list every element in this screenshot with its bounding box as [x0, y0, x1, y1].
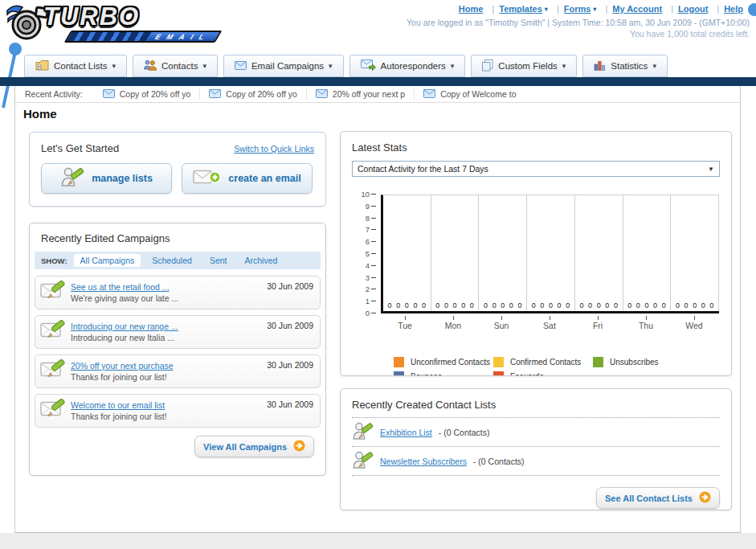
x-tick-mark: [405, 316, 406, 320]
y-tick-mark: [371, 241, 376, 242]
main-tab[interactable]: Statistics ▾: [582, 55, 668, 77]
campaign-card[interactable]: Introducing our new range ... Introducin…: [35, 315, 321, 349]
chevron-down-icon: ▾: [593, 6, 596, 13]
data-value-label: 0: [558, 301, 562, 309]
campaign-date: 30 Jun 2009: [267, 316, 313, 330]
y-tick-label: 4: [352, 261, 370, 270]
contacts-icon: [144, 59, 157, 72]
legend-label: Forwards: [510, 372, 544, 376]
legend-label: Bounces: [411, 372, 442, 376]
data-value-label: 0: [509, 301, 513, 309]
legend-swatch: [593, 357, 603, 367]
email-icon: [316, 89, 328, 100]
chevron-down-icon: ▾: [652, 62, 656, 70]
x-tick-mark: [550, 316, 550, 320]
data-value-label: 0: [484, 301, 488, 309]
y-tick-label: 1: [352, 297, 370, 305]
logo-subtitle: EMAIL: [153, 33, 213, 41]
data-value-label: 0: [540, 301, 544, 309]
y-tick-mark: [371, 313, 376, 313]
top-nav-link[interactable]: Help: [724, 4, 743, 14]
email-icon: [235, 61, 247, 72]
top-nav-link[interactable]: My Account: [612, 4, 673, 14]
x-tick-mark: [694, 316, 695, 320]
view-all-campaigns-button[interactable]: View All Campaigns: [194, 436, 314, 457]
y-tick-mark: [371, 218, 376, 219]
data-value-label: 0: [517, 301, 521, 309]
campaign-card[interactable]: Welcome to our email list Thanks for joi…: [35, 394, 321, 428]
create-email-icon: [193, 168, 221, 189]
campaign-title-link[interactable]: Welcome to our email list: [71, 399, 267, 411]
contact-list-link[interactable]: Exhibition List: [380, 428, 432, 437]
see-all-contact-lists-button[interactable]: See All Contact Lists: [596, 487, 720, 509]
top-nav-link[interactable]: Forms ▾: [564, 4, 608, 14]
data-value-label: 0: [501, 301, 505, 309]
campaign-title-link[interactable]: Introducing our new range ...: [71, 321, 267, 332]
chart-category-group: 00000: [527, 195, 575, 311]
campaign-subtitle: Thanks for joining our list!: [71, 371, 267, 383]
header: TURBO EMAIL Home Templates ▾ Forms ▾: [0, 0, 756, 55]
email-icon: [423, 89, 435, 100]
legend-item: Confirmed Contacts: [493, 357, 593, 367]
switch-quick-links-link[interactable]: Switch to Quick Links: [234, 144, 314, 154]
y-tick-label: 8: [352, 214, 370, 223]
campaign-filter[interactable]: Archived: [238, 254, 284, 267]
data-value-label: 0: [413, 301, 417, 309]
campaign-title-link[interactable]: See us at the retail food ...: [71, 281, 267, 293]
campaign-date: 30 Jun 2009: [267, 355, 313, 370]
data-value-label: 0: [566, 301, 570, 309]
data-value-label: 0: [579, 301, 583, 309]
contact-list-item[interactable]: Newsletter Subscribers - (0 Contacts): [352, 447, 720, 476]
chart-y-axis: 109876543210: [352, 195, 376, 313]
data-value-label: 0: [492, 301, 497, 309]
chevron-down-icon: ▼: [708, 166, 714, 173]
top-nav-link[interactable]: Templates ▾: [499, 4, 558, 14]
campaign-date: 30 Jun 2009: [267, 395, 313, 409]
stats-report-select[interactable]: Contact Activity for the Last 7 Days ▼: [352, 161, 720, 177]
main-tab[interactable]: Autoresponders ▾: [349, 55, 466, 77]
campaign-filter[interactable]: Sent: [203, 254, 234, 267]
top-nav-link[interactable]: Home: [459, 4, 494, 14]
chart-category-group: 00000: [623, 195, 672, 311]
recent-activity-label: Recent Activity:: [25, 89, 83, 99]
data-value-label: 0: [453, 301, 457, 309]
main-container: Recent Activity: Copy of 20% off yo Copy…: [14, 86, 741, 533]
data-value-label: 0: [422, 301, 426, 309]
contact-list-item[interactable]: Exhibition List - (0 Contacts): [352, 418, 720, 447]
main-tab[interactable]: Contacts ▾: [133, 55, 218, 77]
main-tab[interactable]: Contact Lists ▾: [24, 55, 127, 77]
campaign-item-icon: [40, 399, 71, 423]
legend-swatch: [394, 357, 404, 367]
recent-activity-item[interactable]: Copy of 20% off yo: [94, 89, 201, 100]
campaign-card[interactable]: See us at the retail food ... We're givi…: [35, 276, 321, 309]
data-value-label: 0: [653, 301, 657, 309]
data-value-label: 0: [532, 301, 536, 309]
y-tick-label: 2: [352, 285, 370, 293]
data-value-label: 0: [709, 301, 713, 309]
y-tick-label: 5: [352, 249, 370, 258]
contact-list-link[interactable]: Newsletter Subscribers: [380, 457, 467, 466]
y-tick-mark: [371, 206, 376, 207]
campaign-subtitle: Thanks for joining our list!: [71, 411, 267, 422]
campaign-card[interactable]: 20% off your next purchase Thanks for jo…: [35, 354, 321, 388]
login-status-text: You are logged in as "Timothy Smith" | S…: [407, 18, 750, 27]
email-icon: [103, 89, 115, 100]
top-nav-link[interactable]: Logout: [678, 4, 719, 14]
y-tick-label: 0: [352, 309, 370, 318]
main-tab[interactable]: Email Campaigns ▾: [223, 55, 344, 77]
recent-activity-item[interactable]: Copy of 20% off yo: [200, 89, 307, 100]
header-decor-circle: [748, 3, 756, 16]
get-started-button[interactable]: create an email: [182, 163, 313, 194]
campaign-title-link[interactable]: 20% off your next purchase: [71, 360, 267, 371]
recent-activity-item[interactable]: Copy of Welcome to: [415, 89, 525, 100]
get-started-button[interactable]: manage lists: [41, 163, 172, 194]
statistics-icon: [594, 60, 606, 72]
legend-swatch: [394, 371, 404, 376]
main-tab[interactable]: Custom Fields ▾: [471, 55, 577, 77]
campaign-date: 30 Jun 2009: [267, 277, 313, 291]
recent-activity-item[interactable]: 20% off your next p: [307, 89, 415, 100]
y-tick-mark: [371, 194, 376, 195]
turbo-email-logo[interactable]: TURBO EMAIL: [5, 2, 219, 43]
campaign-filter[interactable]: All Campaigns: [74, 254, 141, 267]
campaign-filter[interactable]: Scheduled: [145, 254, 198, 267]
